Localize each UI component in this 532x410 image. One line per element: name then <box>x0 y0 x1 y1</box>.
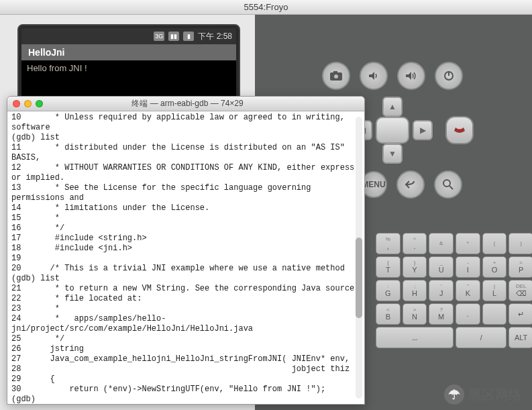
close-icon[interactable] <box>13 100 20 107</box>
key-superscript: ^ <box>413 237 416 242</box>
keyboard-key[interactable]: 'J <box>429 280 454 301</box>
key-label: O <box>492 266 498 274</box>
key-label: Y <box>412 266 417 274</box>
maximize-icon[interactable] <box>36 100 43 107</box>
scrollbar-vertical[interactable] <box>356 117 362 399</box>
dpad-down[interactable]: ▼ <box>382 144 403 164</box>
terminal-line: (gdb) list <box>11 274 360 284</box>
keyboard-key[interactable]: -I <box>456 256 480 278</box>
terminal-line: 25 */ <box>11 334 360 344</box>
keyboard-key[interactable]: ALT <box>509 327 532 348</box>
keyboard-key[interactable]: %, <box>376 233 401 254</box>
terminal-line: 11 * distributed under the License is di… <box>11 143 360 163</box>
svg-point-8 <box>443 180 450 187</box>
keyboard-key[interactable]: ) <box>509 233 532 254</box>
keyboard-key[interactable]: ;H <box>403 280 427 301</box>
camera-button[interactable] <box>322 62 350 90</box>
signal-icon: ▮▮ <box>168 32 179 41</box>
keyboard-key[interactable]: * <box>456 233 480 254</box>
search-button[interactable] <box>434 170 462 199</box>
terminal-line: 10 * Unless required by applicable law o… <box>11 113 360 133</box>
key-label: P <box>519 266 523 274</box>
key-superscript: : <box>387 284 388 289</box>
key-label: . <box>467 311 469 318</box>
terminal-line: 18 #include <jni.h> <box>11 244 360 254</box>
keyboard-key[interactable]: |L <box>482 280 507 301</box>
status-clock: 下午 2:58 <box>198 31 232 42</box>
terminal-line: (gdb) <box>11 395 360 404</box>
keyboard-key[interactable]: >N <box>403 303 427 325</box>
key-label: J <box>439 290 443 297</box>
keyboard-key[interactable]: {T <box>376 256 401 278</box>
key-superscript: _ <box>439 260 442 266</box>
keyboard-key[interactable]: DEL⌫ <box>509 280 532 301</box>
terminal-line: 28 jobject thiz ) <box>11 364 360 374</box>
key-label: T <box>386 266 390 274</box>
key-label: . <box>413 243 415 250</box>
terminal-line: 21 * to return a new VM String. See the … <box>11 284 360 294</box>
parent-window-title: 5554:Froyo <box>0 0 532 15</box>
keyboard-key[interactable]: / <box>456 327 507 348</box>
keyboard-key[interactable]: ↵ <box>509 303 532 325</box>
svg-marker-4 <box>406 72 411 80</box>
key-superscript: | <box>494 284 495 289</box>
svg-point-2 <box>334 74 338 79</box>
terminal-line: 14 * limitations under the License. <box>11 203 360 213</box>
keyboard-key[interactable]: ⎵ <box>376 327 454 348</box>
scrollbar-thumb[interactable] <box>356 238 362 318</box>
keyboard-key[interactable]: }Y <box>403 256 427 278</box>
traffic-lights <box>13 100 43 107</box>
keyboard-key[interactable]: ( <box>482 233 507 254</box>
battery-icon: ▮ <box>183 32 194 41</box>
minimize-icon[interactable] <box>24 100 32 107</box>
keyboard-key[interactable]: ?M <box>429 303 454 325</box>
keyboard-key[interactable]: "K <box>456 280 480 301</box>
status-bar: 3G ▮▮ ▮ 下午 2:58 <box>21 28 236 44</box>
key-label: , <box>387 243 389 250</box>
terminal-body[interactable]: 10 * Unless required by applicable law o… <box>7 111 364 404</box>
volume-up-button[interactable] <box>397 62 425 90</box>
key-superscript: + <box>493 260 496 266</box>
terminal-line: 23 * <box>11 304 360 314</box>
key-superscript: * <box>467 241 469 246</box>
keyboard-key[interactable]: =P <box>509 256 532 278</box>
keyboard-key[interactable]: +O <box>482 256 507 278</box>
terminal-window[interactable]: 终端 — arm-eabi-gdb — 74×29 10 * Unless re… <box>7 96 365 405</box>
keyboard-key[interactable]: _U <box>429 256 454 278</box>
keyboard-key[interactable]: & <box>429 233 454 254</box>
svg-marker-3 <box>369 72 374 80</box>
key-superscript: & <box>439 241 443 246</box>
keyboard-key[interactable]: . <box>456 303 480 325</box>
key-label: H <box>412 290 417 297</box>
terminal-line: 12 * WITHOUT WARRANTIES OR CONDITIONS OF… <box>11 163 360 183</box>
keyboard-key[interactable]: :G <box>376 280 401 301</box>
key-label: / <box>480 334 482 342</box>
power-button[interactable] <box>435 62 463 90</box>
key-superscript: ' <box>441 284 442 289</box>
back-button[interactable] <box>396 170 425 199</box>
volume-down-button[interactable] <box>360 62 388 90</box>
keyboard-key[interactable]: ^. <box>403 233 427 254</box>
key-label: U <box>439 266 444 274</box>
terminal-title: 终端 — arm-eabi-gdb — 74×29 <box>50 98 325 109</box>
key-label: ⎵ <box>413 334 417 342</box>
terminal-line: 15 * <box>11 213 360 223</box>
key-superscript: ? <box>439 307 442 313</box>
terminal-titlebar[interactable]: 终端 — arm-eabi-gdb — 74×29 <box>7 97 364 111</box>
key-superscript: ( <box>494 241 496 246</box>
terminal-line: 26 jstring <box>11 344 360 354</box>
terminal-line: 16 */ <box>11 223 360 234</box>
watermark-logo-icon: ☂ <box>444 385 464 405</box>
key-label: M <box>438 313 444 321</box>
app-body-text: Hello from JNI ! <box>21 60 236 100</box>
dpad-center[interactable] <box>376 117 409 144</box>
end-call-button[interactable] <box>445 116 474 144</box>
key-superscript: { <box>387 260 389 266</box>
keyboard-key[interactable] <box>482 303 507 325</box>
key-superscript: = <box>519 260 523 266</box>
terminal-line: (gdb) list <box>11 133 360 143</box>
terminal-line: 19 <box>11 254 360 264</box>
keyboard-key[interactable]: <B <box>376 303 401 325</box>
dpad-up[interactable]: ▲ <box>382 97 403 117</box>
dpad-right[interactable]: ▶ <box>413 120 433 140</box>
